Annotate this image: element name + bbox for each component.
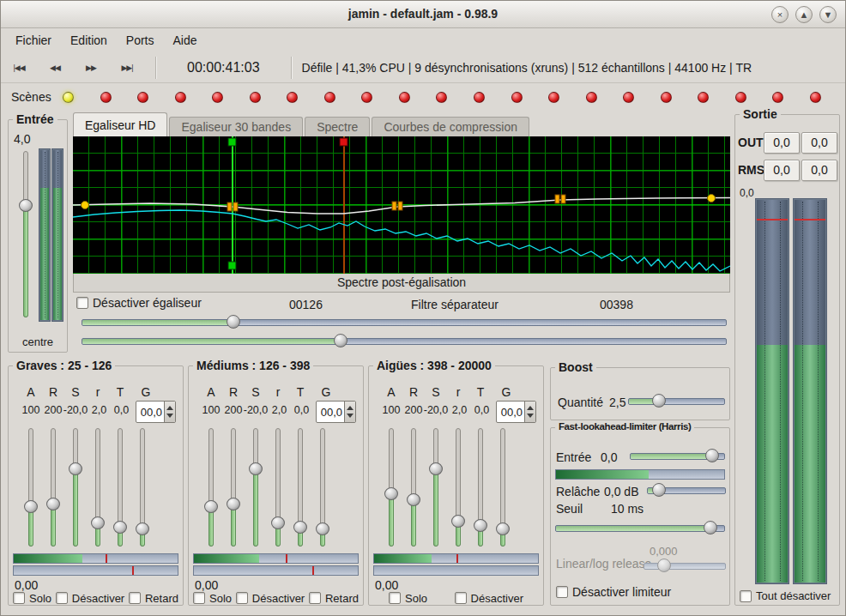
tab-spectre[interactable]: Spectre [305,117,370,136]
slider-knob[interactable] [705,449,719,462]
scene-led-17[interactable] [661,92,672,103]
slider-knob[interactable] [407,493,420,506]
scene-led-8[interactable] [324,92,335,103]
scene-led-13[interactable] [511,92,523,103]
checkbox-d-sactiver[interactable]: Désactiver [56,592,124,605]
checkbox-box[interactable] [740,590,752,602]
checkbox-solo[interactable]: Solo [193,592,232,605]
menu-fichier[interactable]: Fichier [6,30,61,51]
checkbox-box[interactable] [76,297,88,309]
scene-led-2[interactable] [100,92,112,103]
slider-knob[interactable] [384,487,398,500]
menu-edition[interactable]: Edition [61,30,117,51]
window-maximize-button[interactable]: ▲ [795,6,813,23]
slider-knob[interactable] [227,315,240,329]
checkbox-retard[interactable]: Retard [309,592,359,605]
band-vslider-5[interactable] [474,428,487,547]
slider-knob[interactable] [69,462,82,475]
band-gain-spinbox[interactable]: 00,0 [316,401,356,423]
input-gain-fader[interactable] [19,151,33,317]
band-vslider-1[interactable] [204,428,218,547]
eq-graph[interactable] [73,136,730,274]
boost-slider[interactable] [628,394,725,408]
band-vslider-4[interactable] [271,428,285,547]
scene-led-18[interactable] [698,92,709,103]
scene-led-14[interactable] [548,92,559,103]
forward-end-button[interactable]: ▶▶| [110,57,144,79]
checkbox-box[interactable] [193,592,205,604]
slider-knob[interactable] [704,521,717,534]
slider-knob[interactable] [652,394,666,408]
scene-led-10[interactable] [399,92,410,103]
eq-endpoint-left[interactable] [82,202,89,209]
slider-knob[interactable] [227,498,240,510]
slider-knob[interactable] [293,521,307,534]
tab-egaliseur-hd[interactable]: Egaliseur HD [73,112,167,136]
checkbox-box[interactable] [129,592,141,604]
scene-led-12[interactable] [474,92,485,103]
band-vslider-6[interactable] [496,428,510,547]
band-vslider-1[interactable] [24,428,38,547]
rewind-button[interactable]: ◀◀ [38,57,72,79]
limiter-threshold-slider[interactable] [555,521,725,534]
crossover-high-slider[interactable] [82,334,727,347]
checkbox-box[interactable] [389,592,401,604]
checkbox-box[interactable] [236,592,248,604]
scene-led-1[interactable] [63,92,74,103]
scene-led-9[interactable] [361,92,372,103]
scene-led-5[interactable] [212,92,223,103]
checkbox-d-sactiver[interactable]: Désactiver [455,592,523,605]
disable-all-checkbox[interactable]: Tout désactiver [740,589,831,602]
slider-knob[interactable] [136,522,149,535]
checkbox-box[interactable] [455,592,467,604]
slider-knob[interactable] [496,522,510,535]
slider-knob[interactable] [204,500,218,513]
menu-ports[interactable]: Ports [117,30,164,51]
band-vslider-1[interactable] [384,428,398,547]
eq-endpoint-right[interactable] [708,195,716,202]
window-close-button[interactable]: × [771,6,789,23]
limiter-input-slider[interactable] [630,449,725,462]
band-vslider-4[interactable] [91,428,105,547]
crossover-low-slider[interactable] [82,315,727,329]
band-vslider-3[interactable] [69,428,82,547]
slider-knob[interactable] [19,199,33,212]
scene-led-16[interactable] [623,92,634,103]
slider-knob[interactable] [316,522,329,535]
slider-knob[interactable] [271,516,285,529]
tab-courbes-de-compression[interactable]: Courbes de compression [372,117,529,136]
window-shade-button[interactable]: ▼ [819,6,837,23]
checkbox-box[interactable] [556,586,568,598]
limiter-release-slider[interactable] [647,483,726,497]
band-vslider-5[interactable] [293,428,307,547]
crossover-low-handle-top[interactable] [228,138,236,146]
slider-knob[interactable] [652,483,666,497]
disable-limiter-checkbox[interactable]: Désactiver limiteur [556,585,671,599]
tab-egaliseur-30-bandes[interactable]: Egaliseur 30 bandes [169,117,303,136]
band-vslider-5[interactable] [113,428,127,547]
slider-knob[interactable] [113,521,127,534]
slider-knob[interactable] [451,515,465,528]
band-vslider-4[interactable] [451,428,465,547]
rewind-start-button[interactable]: |◀◀ [2,57,36,79]
disable-eq-checkbox[interactable]: Désactiver égaliseur [76,296,202,310]
crossover-high-handle[interactable] [340,138,347,146]
checkbox-box[interactable] [13,592,25,604]
band-gain-spinbox[interactable]: 00,0 [136,401,176,423]
band-vslider-2[interactable] [227,428,240,547]
slider-knob[interactable] [429,462,443,475]
scene-led-7[interactable] [287,92,298,103]
checkbox-box[interactable] [309,592,321,604]
scene-led-11[interactable] [436,92,447,103]
menu-aide[interactable]: Aide [164,30,207,51]
band-vslider-6[interactable] [136,428,149,547]
checkbox-solo[interactable]: Solo [389,592,427,605]
slider-knob[interactable] [24,500,38,513]
slider-knob[interactable] [334,334,347,347]
slider-knob[interactable] [474,519,487,532]
band-vslider-3[interactable] [249,428,263,547]
scene-led-6[interactable] [250,92,261,103]
checkbox-solo[interactable]: Solo [13,592,51,605]
spinbox-arrows-icon[interactable] [344,402,355,422]
band-vslider-2[interactable] [407,428,420,547]
